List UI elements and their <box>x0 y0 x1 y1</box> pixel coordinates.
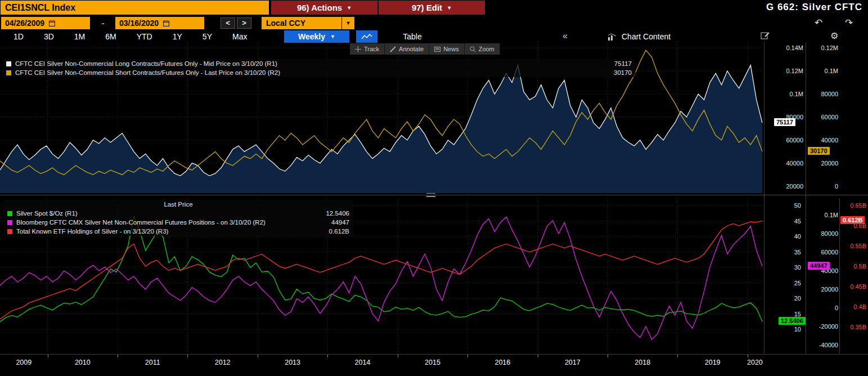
table-mode-button[interactable]: Table <box>388 30 437 43</box>
next-period-button[interactable]: > <box>237 17 251 29</box>
track-crosshair-icon <box>355 46 361 52</box>
axis-tick-label: 45 <box>782 218 801 225</box>
axis-tick-label: 0.1M <box>808 212 838 218</box>
annotate-button[interactable]: Annotate <box>385 43 429 55</box>
chevron-down-icon: ▼ <box>347 5 352 11</box>
period-bar: 1D3D1M6MYTD1Y5YMax <box>3 30 257 43</box>
currency-select[interactable]: Local CCY <box>262 17 341 29</box>
zoom-button[interactable]: Zoom <box>465 43 500 55</box>
period-button-ytd[interactable]: YTD <box>127 30 163 43</box>
axis-separator <box>764 42 764 353</box>
page-title: G 662: Silver CFTC <box>766 2 862 13</box>
axis-tick-label: 40000 <box>766 160 803 167</box>
gear-icon[interactable]: ⚙ <box>830 30 838 42</box>
axis-tick-label: 0.55B <box>840 243 866 249</box>
legend-value: 0.612B <box>329 228 349 235</box>
pencil-icon <box>390 46 396 52</box>
bottom-legend: Last Price Silver Spot $/Oz (R1) 12.5406… <box>3 200 353 236</box>
axis-tick-label: 0.35B <box>840 324 866 330</box>
axis-tick-label: 35 <box>782 249 801 256</box>
axis-tick-label: 0 <box>808 305 838 311</box>
line-chart-mode-button[interactable] <box>356 30 377 43</box>
news-button[interactable]: News <box>429 43 465 55</box>
date-from-value: 04/26/2009 <box>5 19 44 28</box>
axis-separator <box>839 198 840 353</box>
year-tick <box>48 355 48 357</box>
news-icon <box>434 46 440 52</box>
period-button-1y[interactable]: 1Y <box>163 30 192 43</box>
last-price-badge: 75117 <box>774 118 795 126</box>
date-to-value: 03/16/2020 <box>119 19 159 28</box>
axis-tick-label: 0.4B <box>840 303 866 310</box>
axis-tick-label: 20000 <box>766 183 803 190</box>
news-label: News <box>443 46 459 52</box>
year-tick <box>467 355 468 357</box>
collapse-panel-button[interactable]: « <box>563 30 568 42</box>
year-label: 2013 <box>280 359 305 366</box>
axis-tick-label: 80000 <box>808 91 838 97</box>
axis-tick-label: 20000 <box>808 160 838 167</box>
zoom-label: Zoom <box>479 46 494 52</box>
actions-menu-button[interactable]: 96) Actions ▼ <box>271 1 377 15</box>
x-axis-strip: 2009201020112012201320142015201620172018… <box>0 354 868 376</box>
edit-note-icon <box>761 32 770 39</box>
year-tick <box>118 355 118 357</box>
chevron-down-icon: ▼ <box>330 34 335 39</box>
chevron-down-icon: ▼ <box>447 5 452 11</box>
edit-label: 97) Edit <box>412 3 442 12</box>
legend-title: Last Price <box>3 200 353 209</box>
axis-tick-label: 20 <box>782 295 801 302</box>
year-label: 2017 <box>560 359 585 366</box>
period-button-6m[interactable]: 6M <box>95 30 126 43</box>
axis-tick-label: 60000 <box>766 137 803 144</box>
period-button-5y[interactable]: 5Y <box>192 30 222 43</box>
axis-tick-label: -20000 <box>808 323 838 330</box>
calendar-icon <box>49 20 55 26</box>
axis-tick-label: 60000 <box>808 249 838 256</box>
legend-value: 44947 <box>331 219 349 226</box>
axis-tick-label: 15 <box>782 311 801 317</box>
period-button-max[interactable]: Max <box>222 30 257 43</box>
axis-tick-label: 30 <box>782 264 801 271</box>
top-legend: CFTC CEI Silver Non-Commercial Long Cont… <box>2 59 636 77</box>
redo-icon[interactable]: ↷ <box>845 17 853 29</box>
last-price-badge: 44947 <box>808 262 830 270</box>
currency-dropdown-arrow[interactable]: ▼ <box>342 17 354 29</box>
frequency-select[interactable]: Weekly ▼ <box>284 30 349 43</box>
edit-menu-button[interactable]: 97) Edit ▼ <box>379 1 485 15</box>
axis-tick-label: 60000 <box>808 114 838 120</box>
undo-icon[interactable]: ↶ <box>815 17 822 29</box>
year-tick <box>608 355 608 357</box>
year-label: 2015 <box>420 359 445 366</box>
panel-resize-grip[interactable] <box>426 193 435 197</box>
annotate-label: Annotate <box>399 46 424 52</box>
axis-tick-label: 0.12M <box>766 68 803 74</box>
year-label: 2014 <box>350 359 375 366</box>
period-button-1m[interactable]: 1M <box>64 30 95 43</box>
last-price-badge: 30170 <box>808 147 830 155</box>
prev-period-button[interactable]: < <box>221 17 235 29</box>
axis-tick-label: 0 <box>808 183 838 190</box>
axis-tick-label: 0.1M <box>766 91 803 97</box>
legend-label: Silver Spot $/Oz (R1) <box>16 210 78 217</box>
legend-label: CFTC CEI Silver Non-Commercial Long Cont… <box>15 60 277 67</box>
frequency-label: Weekly <box>298 32 325 41</box>
year-label: 2010 <box>70 359 95 366</box>
chart-toolbar: Track Annotate News Zoom <box>350 43 500 55</box>
date-from-field[interactable]: 04/26/2009 <box>1 17 90 29</box>
date-to-field[interactable]: 03/16/2020 <box>115 17 204 29</box>
legend-label: CFTC CEI Silver Non-Commercial Short Con… <box>15 69 280 76</box>
period-button-1d[interactable]: 1D <box>3 30 34 43</box>
legend-row: Silver Spot $/Oz (R1) 12.5406 <box>3 209 353 218</box>
year-tick <box>187 355 188 357</box>
calendar-icon <box>163 20 169 26</box>
edit-chart-button[interactable] <box>761 32 770 42</box>
year-tick <box>677 355 678 357</box>
chart-content-button[interactable]: Chart Content <box>608 30 671 43</box>
track-button[interactable]: Track <box>350 43 385 55</box>
track-label: Track <box>364 46 379 52</box>
ticker-input[interactable]: CEI1SNCL Index <box>1 1 269 15</box>
period-button-3d[interactable]: 3D <box>34 30 64 43</box>
year-label: 2018 <box>630 359 655 366</box>
legend-value: 75117 <box>614 60 632 67</box>
